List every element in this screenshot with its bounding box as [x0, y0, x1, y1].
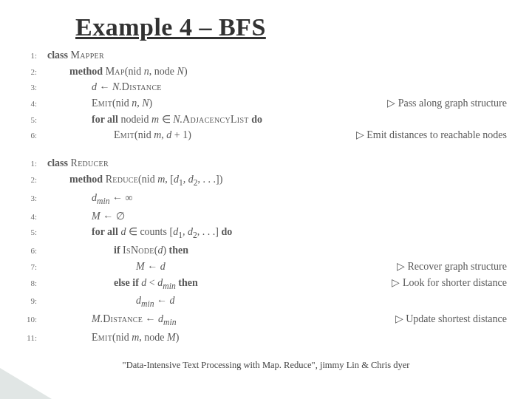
- line-number: 1:: [18, 157, 37, 170]
- code-text: Emit(nid n, N): [37, 95, 380, 112]
- code-text: method Map(nid n, node N): [37, 64, 507, 80]
- code-text: class Reducer: [37, 155, 507, 171]
- code-line: 6: Emit(nid m, d + 1) ▷ Emit distances t…: [18, 127, 507, 143]
- line-number: 4:: [18, 211, 37, 223]
- line-number: 3:: [18, 81, 37, 94]
- line-number: 4:: [18, 98, 37, 110]
- reducer-block: 1: class Reducer 2: method Reduce(nid m,…: [18, 155, 507, 346]
- line-number: 3:: [18, 192, 37, 205]
- code-line: 5: for all d ∈ counts [d1, d2, . . .] do: [18, 224, 507, 242]
- code-text: for all d ∈ counts [d1, d2, . . .] do: [37, 224, 507, 242]
- line-number: 9:: [18, 295, 37, 307]
- code-line: 1: class Mapper: [18, 47, 507, 64]
- code-text: if IsNode(d) then: [37, 242, 507, 259]
- code-line: 5: for all nodeid m ∈ N.AdjacencyList do: [18, 112, 507, 128]
- code-text: else if d < dmin then: [37, 275, 384, 293]
- code-text: dmin ← ∞: [37, 190, 507, 208]
- slide-title: Example 4 – BFS: [75, 13, 507, 41]
- code-text: M ← ∅: [37, 208, 507, 225]
- code-text: method Reduce(nid m, [d1, d2, . . .]): [37, 171, 507, 190]
- line-number: 5:: [18, 114, 37, 126]
- code-line: 3: dmin ← ∞: [18, 190, 507, 208]
- code-text: Emit(nid m, d + 1): [37, 127, 349, 143]
- line-number: 2:: [18, 174, 37, 186]
- code-line: 9: dmin ← d: [18, 293, 507, 311]
- code-text: for all nodeid m ∈ N.AdjacencyList do: [37, 112, 507, 128]
- code-text: class Mapper: [37, 47, 507, 64]
- code-text: M.Distance ← dmin: [37, 311, 388, 330]
- code-line: 4: Emit(nid n, N) ▷ Pass along graph str…: [18, 95, 507, 112]
- line-number: 6:: [18, 245, 37, 257]
- comment: ▷ Recover graph structure: [389, 259, 507, 275]
- line-number: 1:: [18, 50, 37, 62]
- comment: ▷ Emit distances to reachable nodes: [349, 127, 507, 143]
- code-line: 4: M ← ∅: [18, 208, 507, 225]
- code-line: 7: M ← d ▷ Recover graph structure: [18, 259, 507, 275]
- mapper-block: 1: class Mapper 2: method Map(nid n, nod…: [18, 47, 507, 143]
- slide: Example 4 – BFS 1: class Mapper 2: metho…: [0, 0, 532, 399]
- code-line: 1: class Reducer: [18, 155, 507, 171]
- comment: ▷ Update shortest distance: [388, 311, 507, 327]
- code-line: 2: method Map(nid n, node N): [18, 64, 507, 80]
- code-line: 8: else if d < dmin then ▷ Look for shor…: [18, 275, 507, 293]
- line-number: 7:: [18, 261, 37, 273]
- line-number: 11:: [18, 332, 37, 344]
- code-text: d ← N.Distance: [37, 79, 507, 95]
- code-line: 6: if IsNode(d) then: [18, 242, 507, 259]
- comment: ▷ Look for shorter distance: [384, 275, 507, 291]
- corner-decoration: [0, 368, 52, 399]
- line-number: 2:: [18, 66, 37, 78]
- code-line: 10: M.Distance ← dmin ▷ Update shortest …: [18, 311, 507, 330]
- line-number: 5:: [18, 226, 37, 239]
- line-number: 8:: [18, 277, 37, 290]
- code-text: M ← d: [37, 259, 389, 275]
- comment: ▷ Pass along graph structure: [380, 95, 507, 112]
- citation: "Data-Intensive Text Processing with Map…: [0, 360, 532, 371]
- code-line: 2: method Reduce(nid m, [d1, d2, . . .]): [18, 171, 507, 190]
- line-number: 6:: [18, 129, 37, 142]
- code-line: 11: Emit(nid m, node M): [18, 330, 507, 346]
- pseudocode: 1: class Mapper 2: method Map(nid n, nod…: [18, 47, 507, 346]
- code-text: dmin ← d: [37, 293, 507, 311]
- code-line: 3: d ← N.Distance: [18, 79, 507, 95]
- line-number: 10:: [18, 313, 37, 326]
- code-text: Emit(nid m, node M): [37, 330, 507, 346]
